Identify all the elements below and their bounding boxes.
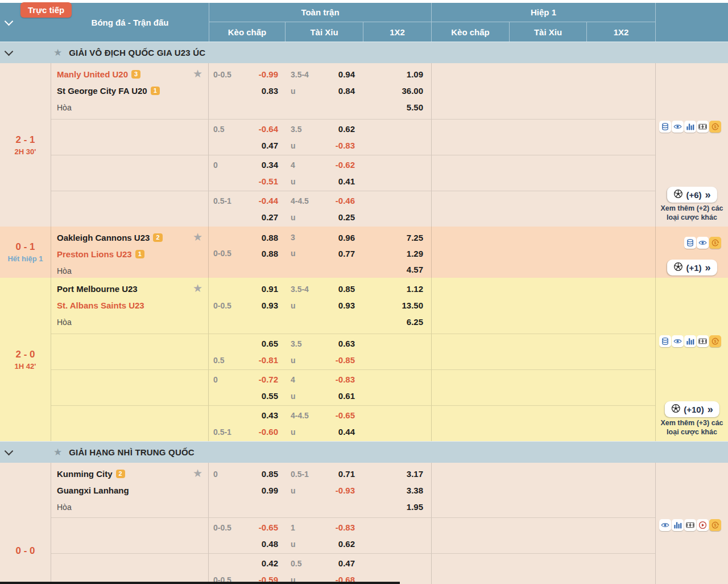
more-bets-button[interactable]: (+1)» [667,260,717,275]
cashout-icon[interactable]: $ [709,121,721,133]
database-icon[interactable] [659,335,671,347]
handicap-odds[interactable]: 0.65 [262,339,278,348]
live-tab-button[interactable]: Trực tiếp [20,2,72,18]
overunder-odds[interactable]: 0.85 [338,284,355,294]
handicap-odds[interactable]: 0.42 [262,558,278,568]
handicap-odds[interactable]: 0.88 [262,233,278,242]
handicap-odds[interactable]: 0.48 [262,539,278,549]
1x2-odds[interactable]: 7.25 [407,233,423,242]
1x2-odds[interactable]: 36.00 [402,86,423,96]
handicap-odds[interactable]: -0.81 [259,355,278,365]
handicap-odds[interactable]: 0.99 [262,486,278,495]
overunder-odds[interactable]: 0.44 [338,427,355,437]
1x2-odds[interactable]: 1.95 [407,502,423,512]
team-name[interactable]: Manly United U20 [57,69,128,79]
overunder-odds[interactable]: 0.61 [338,391,355,401]
team-name[interactable]: St. Albans Saints U23 [57,301,144,310]
1x2-odds[interactable]: 6.25 [407,317,423,327]
database-icon[interactable] [659,121,671,133]
favorite-star-icon[interactable]: ★ [193,283,202,294]
more-bets-button[interactable]: (+6)» [667,187,717,203]
handicap-odds[interactable]: 0.88 [262,249,278,258]
overunder-odds[interactable]: -0.62 [336,160,355,170]
favorite-star-icon[interactable]: ★ [193,468,202,479]
overunder-odds[interactable]: 0.93 [338,301,355,310]
overunder-odds[interactable]: -0.83 [336,375,355,384]
handicap-odds[interactable]: -0.72 [259,375,278,384]
handicap-odds[interactable]: 0.34 [262,160,278,170]
1x2-odds[interactable]: 1.12 [407,284,423,294]
odds-line: 0.5-0.81u-0.85 [209,352,431,368]
league-star-icon[interactable]: ★ [53,447,62,457]
team-name[interactable]: St George City FA U20 [57,86,147,96]
team-name[interactable]: Kunming City [57,469,113,479]
league-star-icon[interactable]: ★ [53,48,62,57]
handicap-odds[interactable]: -0.64 [259,124,278,134]
overunder-odds[interactable]: -0.93 [336,486,355,495]
1x2-odds[interactable]: 1.29 [407,249,423,258]
handicap-odds[interactable]: 0.47 [262,141,278,150]
pitch-icon[interactable] [684,519,696,531]
overunder-odds[interactable]: 0.96 [338,233,355,242]
eye-icon[interactable] [659,519,671,531]
handicap-odds[interactable]: 0.91 [262,284,278,294]
handicap-odds[interactable]: 0.43 [262,410,278,420]
eye-icon[interactable] [697,237,709,249]
pitch-icon[interactable] [697,121,709,133]
handicap-odds[interactable]: -0.51 [259,176,278,186]
1x2-odds[interactable]: 13.50 [402,301,423,310]
handicap-odds[interactable]: -0.60 [259,427,278,437]
team-name[interactable]: Oakleigh Cannons U23 [57,233,150,242]
handicap-label: 0 [213,470,218,479]
league-collapse-chevron-icon[interactable] [6,450,14,454]
team-name[interactable]: Port Melbourne U23 [57,284,138,294]
favorite-star-icon[interactable]: ★ [193,232,202,242]
handicap-odds[interactable]: 0.83 [262,86,278,96]
handicap-odds[interactable]: 0.93 [262,301,278,310]
cashout-icon[interactable]: $ [709,335,721,347]
favorite-star-icon[interactable]: ★ [193,68,202,79]
overunder-odds[interactable]: 0.63 [338,339,355,348]
1x2-odds[interactable]: 3.17 [407,469,423,479]
overunder-odds[interactable]: 0.94 [338,69,355,79]
team-name[interactable]: Preston Lions U23 [57,249,132,259]
stats-icon[interactable] [672,519,684,531]
match-action-icons: $ [684,237,721,249]
overunder-odds[interactable]: 0.25 [338,212,355,222]
overunder-odds[interactable]: -0.46 [336,196,355,205]
1x2-odds[interactable]: 3.38 [407,486,423,495]
play-icon[interactable] [697,519,709,531]
1x2-odds[interactable]: 4.57 [407,265,423,274]
handicap-odds[interactable]: -0.44 [259,196,278,205]
overunder-odds[interactable]: -0.65 [336,410,355,420]
league-collapse-chevron-icon[interactable] [6,51,14,55]
overunder-label: u [291,141,296,150]
stats-icon[interactable] [684,121,696,133]
overunder-odds[interactable]: 0.62 [338,539,355,549]
overunder-odds[interactable]: 0.41 [338,176,355,186]
handicap-odds[interactable]: 0.55 [262,391,278,401]
handicap-odds[interactable]: 0.85 [262,469,278,479]
handicap-odds[interactable]: 0.27 [262,212,278,222]
overunder-odds[interactable]: -0.83 [336,523,355,532]
handicap-odds[interactable]: -0.65 [259,523,278,532]
more-bets-button[interactable]: (+10)» [664,401,719,417]
overunder-odds[interactable]: -0.85 [336,355,355,365]
team-name[interactable]: Guangxi Lanhang [57,486,129,495]
stats-icon[interactable] [684,335,696,347]
pitch-icon[interactable] [697,335,709,347]
1x2-odds[interactable]: 5.50 [407,102,423,112]
database-icon[interactable] [684,237,696,249]
eye-icon[interactable] [672,335,684,347]
overunder-odds[interactable]: 0.77 [338,249,355,258]
overunder-odds[interactable]: 0.84 [338,86,355,96]
cashout-icon[interactable]: $ [709,237,721,249]
overunder-odds[interactable]: -0.83 [336,141,355,150]
handicap-odds[interactable]: -0.99 [259,69,278,79]
overunder-odds[interactable]: 0.71 [338,469,355,479]
cashout-icon[interactable]: $ [709,519,721,531]
1x2-odds[interactable]: 1.09 [407,69,423,79]
eye-icon[interactable] [672,121,684,133]
overunder-odds[interactable]: 0.62 [338,124,355,134]
overunder-odds[interactable]: 0.47 [338,558,355,568]
